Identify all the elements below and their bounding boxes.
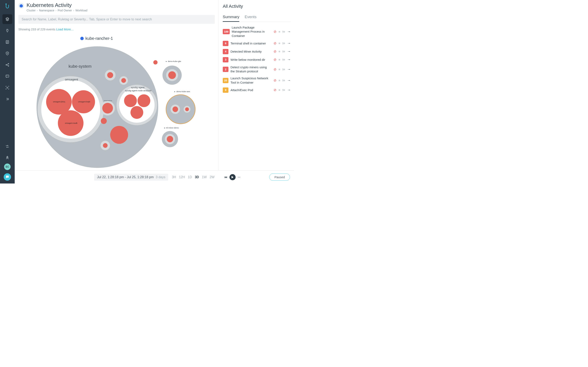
activity-label: Terminal shell in container: [231, 42, 272, 45]
prohibit-icon[interactable]: ⊘: [274, 30, 277, 34]
range-option-12h[interactable]: 12H: [179, 175, 185, 179]
nav-integrations[interactable]: [2, 142, 12, 151]
tab-summary[interactable]: Summary: [223, 15, 239, 22]
chevron-right-icon: ›: [56, 9, 57, 12]
svg-point-7: [7, 87, 8, 88]
main-area: Kubernetes Activity Cluster › Namespace …: [15, 0, 294, 184]
viz-sysdig-label: sysdig-agent: [131, 86, 145, 89]
user-avatar[interactable]: EC: [4, 164, 11, 170]
load-more-link[interactable]: Load More…: [56, 27, 74, 31]
activity-item[interactable]: 189Launch Package Management Process in …: [223, 25, 291, 38]
chevron-right-icon: ›: [73, 9, 74, 12]
nav-events[interactable]: [2, 71, 12, 81]
viz-miner-label: ml-miner-demo: [166, 127, 179, 129]
help-button[interactable]: [4, 173, 11, 181]
arrow-right-icon[interactable]: →: [287, 49, 291, 54]
equals-filter[interactable]: =: [278, 88, 280, 92]
activity-item[interactable]: 20Launch Suspicious Network Tool in Cont…: [223, 76, 291, 85]
crumb-workload[interactable]: Workload: [75, 9, 87, 12]
nav-capture[interactable]: [2, 83, 12, 92]
nav-activity[interactable]: [2, 14, 12, 24]
tab-events[interactable]: Events: [245, 15, 256, 22]
count-badge: 6: [223, 41, 228, 46]
skip-back-icon[interactable]: ⏮: [224, 175, 227, 179]
skip-fwd-icon[interactable]: ⏭: [238, 175, 241, 179]
nav-network[interactable]: [2, 60, 12, 70]
prohibit-icon[interactable]: ⊘: [274, 49, 277, 54]
activity-label: Detected Miner Activity: [231, 50, 272, 54]
equals-filter[interactable]: =: [278, 50, 280, 53]
not-equals-filter[interactable]: !=: [282, 79, 285, 82]
chevron-right-icon: ›: [37, 9, 38, 12]
equals-filter[interactable]: =: [278, 68, 280, 71]
play-button[interactable]: [229, 174, 236, 180]
search-input[interactable]: [18, 15, 215, 24]
range-option-1w[interactable]: 1W: [202, 175, 207, 179]
crumb-pod-owner[interactable]: Pod Owner: [58, 9, 72, 12]
count-badge: 2: [223, 67, 228, 72]
activity-item[interactable]: 6Terminal shell in container⊘=!=→: [223, 41, 291, 46]
svg-point-11: [80, 37, 84, 40]
nav-security[interactable]: [2, 49, 12, 58]
not-equals-filter[interactable]: !=: [282, 68, 285, 71]
viz-kube-system-label: kube-system: [69, 64, 92, 68]
arrow-right-icon[interactable]: →: [287, 78, 291, 83]
count-badge: 189: [223, 29, 230, 34]
activity-item[interactable]: 9Attach/Exec Pod⊘=!=→: [223, 87, 291, 93]
not-equals-filter[interactable]: !=: [282, 50, 285, 53]
viz-root-label: kube-rancher-1: [85, 36, 113, 41]
svg-point-26: [138, 94, 150, 107]
equals-filter[interactable]: =: [278, 58, 280, 61]
nav-policies[interactable]: [2, 37, 12, 47]
svg-point-18: [102, 103, 113, 113]
not-equals-filter[interactable]: !=: [282, 42, 285, 45]
arrow-right-icon[interactable]: →: [287, 88, 291, 92]
prohibit-icon[interactable]: ⊘: [274, 58, 277, 62]
svg-marker-49: [232, 176, 233, 178]
svg-point-4: [8, 63, 9, 64]
activity-item[interactable]: 3Write below monitored dir⊘=!=→: [223, 57, 291, 62]
prohibit-icon[interactable]: ⊘: [274, 67, 277, 72]
results-count: Showing 233 of 229 events: [18, 27, 56, 31]
paused-button[interactable]: Paused: [269, 174, 290, 181]
viz-pod-b: omsagent-bwjtb: [78, 101, 90, 103]
arrow-right-icon[interactable]: →: [287, 41, 291, 45]
range-options: 3H12H1D3D1W2W: [172, 175, 215, 179]
prohibit-icon[interactable]: ⊘: [274, 78, 277, 83]
svg-point-22: [121, 78, 126, 83]
activity-item[interactable]: 2Detect crypto miners using the Stratum …: [223, 65, 291, 74]
nav-expand[interactable]: [2, 94, 12, 104]
range-option-3h[interactable]: 3H: [172, 175, 176, 179]
svg-rect-1: [7, 30, 8, 31]
cluster-visualization[interactable]: kube-rancher-1 kube-system omsagent omsa…: [18, 31, 215, 170]
not-equals-filter[interactable]: !=: [282, 88, 285, 92]
viz-sysdig2-label: sysdig-agent-node-analyzer: [125, 90, 151, 92]
activity-item[interactable]: 4Detected Miner Activity⊘=!=→: [223, 49, 291, 54]
arrow-right-icon[interactable]: →: [287, 30, 291, 34]
nav-insights[interactable]: [2, 26, 12, 35]
not-equals-filter[interactable]: !=: [282, 30, 285, 33]
range-option-3d[interactable]: 3D: [195, 175, 199, 179]
arrow-right-icon[interactable]: →: [287, 58, 291, 62]
page-title: Kubernetes Activity: [26, 2, 87, 8]
prohibit-icon[interactable]: ⊘: [274, 41, 277, 45]
equals-filter[interactable]: =: [278, 79, 280, 82]
crumb-cluster[interactable]: Cluster: [26, 9, 35, 12]
range-option-1d[interactable]: 1D: [188, 175, 192, 179]
svg-point-37: [168, 71, 176, 79]
svg-point-28: [153, 60, 158, 64]
nav-launch[interactable]: [2, 153, 12, 163]
count-badge: 3: [223, 57, 228, 62]
range-option-2w[interactable]: 2W: [210, 175, 215, 179]
svg-point-32: [103, 143, 108, 148]
svg-text:●: ●: [166, 60, 167, 62]
arrow-right-icon[interactable]: →: [287, 67, 291, 72]
time-range-box[interactable]: Jul 22, 1:28:18 pm - Jul 25, 1:28:18 pm …: [94, 174, 168, 181]
svg-point-30: [110, 126, 128, 144]
not-equals-filter[interactable]: !=: [282, 58, 285, 61]
equals-filter[interactable]: =: [278, 42, 280, 45]
crumb-namespace[interactable]: Namespace: [39, 9, 54, 12]
equals-filter[interactable]: =: [278, 30, 280, 33]
viz-pod-a: omsagent-j56zq: [53, 101, 65, 103]
prohibit-icon[interactable]: ⊘: [274, 88, 277, 92]
